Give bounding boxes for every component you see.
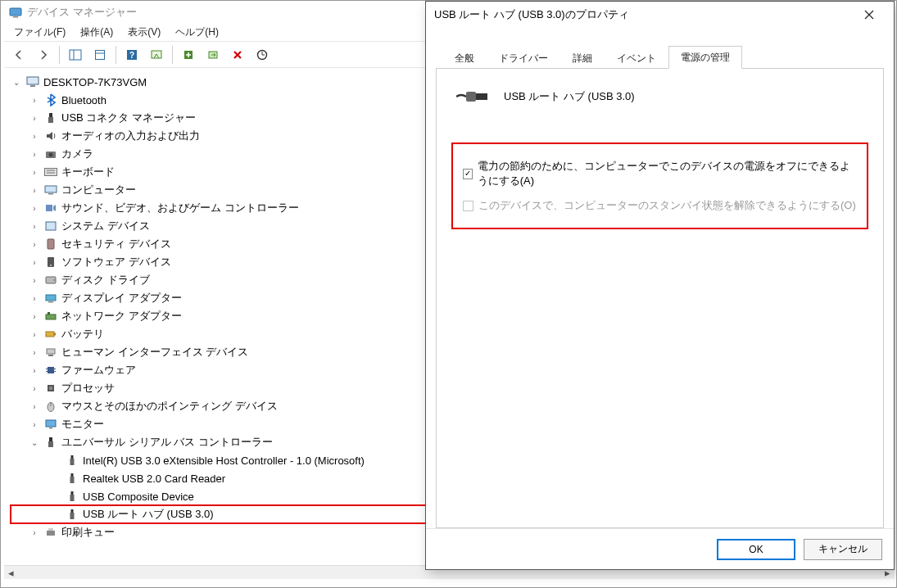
- toolbar-forward[interactable]: [32, 44, 55, 66]
- svg-rect-61: [476, 93, 487, 100]
- toolbar-back[interactable]: [7, 44, 30, 66]
- usb-icon: [65, 507, 79, 522]
- expand-icon[interactable]: ›: [29, 366, 40, 375]
- checkbox-label: このデバイスで、コンピューターのスタンバイ状態を解除できるようにする(O): [478, 198, 856, 213]
- tree-label: USB ルート ハブ (USB 3.0): [83, 507, 214, 522]
- svg-rect-0: [10, 8, 21, 16]
- collapse-icon[interactable]: ⌄: [29, 438, 40, 447]
- svg-rect-39: [46, 369, 48, 369]
- expand-icon[interactable]: ›: [29, 276, 40, 285]
- scroll-left-icon[interactable]: ◂: [4, 566, 18, 580]
- network-adapter-icon: [43, 309, 58, 323]
- bluetooth-icon: [43, 93, 58, 107]
- device-header: USB ルート ハブ (USB 3.0): [451, 84, 868, 121]
- expand-icon[interactable]: ›: [29, 168, 40, 177]
- tree-label: マウスとそのほかのポインティング デバイス: [61, 399, 278, 414]
- svg-rect-60: [48, 528, 53, 531]
- expand-icon[interactable]: ›: [29, 330, 40, 339]
- tree-label: ディスプレイ アダプター: [61, 291, 182, 305]
- svg-rect-15: [48, 117, 53, 123]
- cancel-button[interactable]: キャンセル: [804, 539, 882, 560]
- menu-help[interactable]: ヘルプ(H): [169, 24, 225, 41]
- checkbox-label: 電力の節約のために、コンピューターでこのデバイスの電源をオフにできるようにする(…: [478, 159, 857, 188]
- expand-icon[interactable]: ›: [29, 294, 40, 303]
- usb-plug-icon: [456, 87, 489, 106]
- expand-icon[interactable]: ›: [29, 222, 40, 231]
- checkbox-allow-wake: このデバイスで、コンピューターのスタンバイ状態を解除できるようにする(O): [463, 193, 857, 218]
- expand-icon[interactable]: ›: [29, 420, 40, 429]
- svg-rect-13: [30, 85, 35, 87]
- device-manager-icon: [9, 6, 22, 19]
- tree-label: 印刷キュー: [61, 525, 115, 540]
- properties-titlebar: USB ルート ハブ (USB 3.0)のプロパティ: [426, 2, 894, 28]
- usb-icon: [65, 471, 79, 486]
- menu-action[interactable]: 操作(A): [74, 24, 120, 41]
- toolbar-scan-hardware-icon[interactable]: [251, 44, 274, 66]
- checkbox-allow-power-off[interactable]: ✓ 電力の節約のために、コンピューターでこのデバイスの電源をオフにできるようにす…: [463, 154, 857, 193]
- expand-icon[interactable]: ›: [29, 150, 40, 159]
- expand-icon[interactable]: ›: [29, 528, 40, 537]
- tab-power-management[interactable]: 電源の管理: [668, 46, 742, 69]
- camera-icon: [43, 147, 58, 161]
- properties-body: USB ルート ハブ (USB 3.0) ✓ 電力の節約のために、コンピューター…: [436, 69, 884, 528]
- expand-icon[interactable]: ›: [29, 204, 40, 213]
- menu-file[interactable]: ファイル(F): [7, 24, 72, 41]
- usb-connector-icon: [43, 111, 58, 125]
- svg-rect-56: [70, 495, 75, 501]
- expand-icon[interactable]: ›: [29, 348, 40, 357]
- tab-driver[interactable]: ドライバー: [487, 47, 560, 69]
- svg-rect-51: [71, 455, 74, 459]
- svg-rect-59: [47, 531, 55, 536]
- toolbar-uninstall-icon[interactable]: [226, 44, 249, 66]
- expand-icon[interactable]: ›: [29, 96, 40, 105]
- tree-label: カメラ: [61, 147, 93, 161]
- svg-rect-55: [71, 491, 74, 495]
- expand-icon[interactable]: ›: [29, 240, 40, 249]
- tab-details[interactable]: 詳細: [560, 47, 605, 69]
- toolbar-properties[interactable]: [88, 44, 111, 66]
- tree-label: システム デバイス: [61, 219, 150, 233]
- tree-label: ネットワーク アダプター: [61, 309, 182, 323]
- tab-events[interactable]: イベント: [605, 47, 668, 69]
- svg-rect-49: [49, 437, 52, 441]
- display-adapter-icon: [43, 291, 58, 305]
- expand-icon[interactable]: ›: [29, 384, 40, 393]
- expand-icon[interactable]: ›: [29, 114, 40, 123]
- tree-label: コンピューター: [61, 183, 136, 197]
- toolbar-scan-icon[interactable]: [145, 44, 168, 66]
- expand-icon[interactable]: ›: [29, 312, 40, 321]
- tab-bar: 全般 ドライバー 詳細 イベント 電源の管理: [436, 44, 884, 69]
- svg-rect-52: [70, 459, 75, 465]
- toolbar-help-icon[interactable]: ?: [120, 44, 143, 66]
- keyboard-icon: [43, 165, 58, 179]
- svg-rect-30: [46, 295, 56, 301]
- svg-rect-54: [70, 477, 75, 483]
- close-button[interactable]: [853, 3, 886, 26]
- expand-icon[interactable]: ›: [29, 258, 40, 267]
- computer-icon: [25, 75, 40, 89]
- toolbar-update-driver-icon[interactable]: [177, 44, 200, 66]
- expand-icon[interactable]: ›: [29, 186, 40, 195]
- expand-icon[interactable]: ›: [29, 132, 40, 141]
- tab-general[interactable]: 全般: [442, 47, 487, 69]
- svg-text:?: ?: [129, 51, 134, 60]
- collapse-icon[interactable]: ⌄: [11, 78, 22, 87]
- mouse-icon: [43, 399, 58, 414]
- usb-icon: [65, 453, 79, 468]
- ok-button[interactable]: OK: [717, 539, 795, 560]
- svg-rect-35: [54, 333, 56, 336]
- tree-label: USB コネクタ マネージャー: [61, 111, 196, 125]
- svg-rect-57: [71, 509, 74, 513]
- svg-rect-48: [49, 427, 52, 429]
- tree-label: バッテリ: [61, 327, 104, 341]
- expand-icon[interactable]: ›: [29, 402, 40, 411]
- toolbar-show-hide-tree[interactable]: [64, 44, 87, 66]
- svg-rect-24: [46, 222, 56, 230]
- menu-view[interactable]: 表示(V): [121, 24, 167, 41]
- tree-label: モニター: [61, 417, 104, 432]
- checkbox-icon-checked: ✓: [463, 169, 473, 179]
- svg-rect-23: [46, 205, 52, 211]
- firmware-icon: [43, 363, 58, 378]
- toolbar-enable-device-icon[interactable]: [202, 44, 224, 66]
- svg-rect-25: [48, 239, 54, 249]
